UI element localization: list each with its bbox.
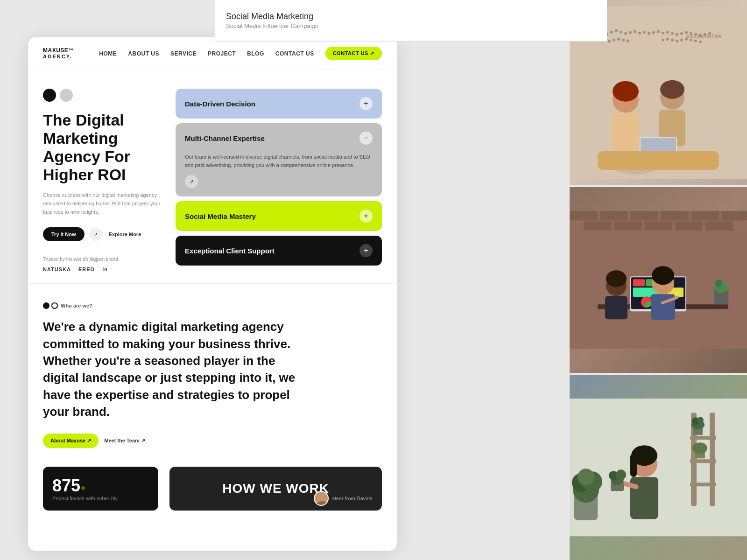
svg-rect-58 (614, 221, 642, 231)
svg-point-25 (613, 39, 615, 42)
svg-point-27 (622, 39, 625, 42)
svg-point-80 (652, 266, 674, 285)
team-image-3 (570, 375, 747, 560)
nav-service[interactable]: SERVICE (170, 50, 197, 57)
svg-rect-86 (690, 436, 716, 440)
contact-us-button[interactable]: Contact Us ↗ (325, 47, 382, 60)
svg-rect-87 (690, 459, 716, 463)
accordion-item-client-support: Exceptional Client Support + (176, 236, 382, 266)
accordion-title-4: Exceptional Client Support (185, 247, 275, 255)
accordion-link-btn-2[interactable]: ↗ (185, 175, 198, 188)
svg-text:KAZAKHSTAN: KAZAKHSTAN (686, 34, 722, 39)
accordion-toggle-4[interactable]: + (359, 244, 373, 257)
logo-natuska: NATUSKA (43, 266, 71, 272)
svg-point-3 (615, 29, 618, 32)
who-dot-filled (43, 302, 49, 309)
logo-ereo: EREO (78, 266, 95, 272)
svg-point-77 (606, 270, 627, 287)
stat-number: 875 (52, 476, 80, 495)
accordion-header-4[interactable]: Exceptional Client Support + (176, 236, 382, 266)
svg-rect-55 (691, 211, 719, 220)
svg-point-6 (629, 31, 632, 34)
top-bar-title: Social Media Marketing (226, 12, 318, 21)
svg-point-94 (692, 442, 707, 454)
who-dot-outline (51, 302, 58, 309)
dot-gray (60, 89, 73, 102)
svg-point-31 (671, 39, 674, 42)
explore-more-button[interactable]: Explore More (107, 231, 143, 237)
nav-home[interactable]: HOME (99, 50, 117, 57)
top-bar: Social Media Marketing Social Media Infl… (215, 0, 607, 41)
svg-point-10 (648, 32, 650, 35)
accordion-item-data-driven: Data-Driven Decision + (176, 89, 382, 119)
trusted-logos: NATUSKA EREO in (43, 266, 164, 272)
svg-point-110 (318, 494, 326, 501)
svg-point-111 (316, 501, 329, 506)
svg-point-30 (666, 38, 669, 41)
nav-blog[interactable]: BLOG (247, 50, 264, 57)
svg-point-24 (608, 40, 611, 43)
try-now-button[interactable]: Try it Now (43, 227, 85, 241)
try-now-arrow-button[interactable]: ↗ (89, 228, 102, 241)
bottom-section: 875+ Project finnish with suber-bly HOW … (28, 467, 397, 522)
who-dots (43, 302, 58, 309)
svg-rect-88 (690, 483, 716, 486)
svg-point-7 (634, 30, 636, 33)
hero-left: The Digital Marketing Agency For Higher … (43, 89, 164, 272)
main-website-card: MAXUSE™ AGENCY. HOME ABOUT US SERVICE PR… (28, 37, 397, 551)
accordion-toggle-3[interactable]: + (359, 210, 373, 223)
accordion-header-2[interactable]: Multi-Channel Expertise − (176, 123, 382, 153)
meet-team-button[interactable]: Meet the Team ↗ (104, 438, 145, 444)
who-label-text: Who are we? (61, 303, 92, 308)
svg-point-33 (680, 39, 683, 42)
nav-contact[interactable]: CONTACT US (275, 50, 314, 57)
svg-point-9 (643, 31, 646, 34)
svg-point-28 (627, 40, 629, 42)
about-maxuse-button[interactable]: About Maxuse ↗ (43, 434, 99, 448)
accordion-body-2: Our team is well-versed in diverse digit… (176, 153, 382, 196)
svg-point-45 (660, 80, 684, 99)
svg-point-11 (652, 31, 655, 34)
accordion-header-3[interactable]: Social Media Mastery + (176, 201, 382, 231)
who-main-text: We're a dynamic digital marketing agency… (43, 318, 300, 420)
svg-rect-76 (605, 296, 627, 319)
right-images-column: KAZAKHSTAN (570, 0, 747, 560)
accordion-title-1: Data-Driven Decision (185, 100, 255, 108)
how-title: HOW WE WORK (222, 481, 329, 496)
nav-project[interactable]: PROJECT (208, 50, 236, 57)
accordion-toggle-2[interactable]: − (359, 132, 373, 145)
svg-rect-103 (630, 454, 637, 477)
accordion-header-1[interactable]: Data-Driven Decision + (176, 89, 382, 119)
svg-point-26 (617, 38, 620, 41)
svg-rect-79 (651, 294, 675, 320)
svg-point-36 (694, 40, 697, 42)
svg-rect-53 (630, 211, 658, 220)
hero-section: The Digital Marketing Agency For Higher … (28, 70, 397, 283)
svg-rect-41 (612, 113, 640, 150)
svg-rect-48 (598, 151, 719, 170)
svg-point-14 (666, 31, 669, 34)
svg-point-15 (671, 32, 674, 35)
trusted-section: Trusted by the world's biggest brand NAT… (43, 256, 164, 272)
accordion-toggle-1[interactable]: + (359, 97, 373, 110)
hero-description: Choose success with our digital marketin… (43, 191, 164, 216)
svg-point-74 (721, 282, 726, 287)
accordion-title-3: Social Media Mastery (185, 212, 256, 220)
svg-point-5 (624, 32, 627, 35)
svg-rect-56 (721, 211, 747, 220)
svg-rect-51 (570, 211, 598, 220)
hero-buttons: Try it Now ↗ Explore More (43, 227, 164, 241)
svg-rect-101 (630, 477, 658, 519)
accordion-item-multichannel: Multi-Channel Expertise − Our team is we… (176, 123, 382, 196)
team-image-2 (570, 187, 747, 372)
who-section: Who are we? We're a dynamic digital mark… (28, 283, 397, 466)
svg-rect-57 (584, 221, 612, 231)
logo-in: in (102, 266, 108, 272)
trusted-label: Trusted by the world's biggest brand (43, 256, 164, 263)
logo: MAXUSE™ AGENCY. (43, 47, 74, 60)
nav-about[interactable]: ABOUT US (128, 50, 159, 57)
dot-black (43, 89, 56, 102)
nav-links: HOME ABOUT US SERVICE PROJECT BLOG CONTA… (99, 50, 314, 57)
navbar: MAXUSE™ AGENCY. HOME ABOUT US SERVICE PR… (28, 37, 397, 70)
svg-rect-54 (661, 211, 689, 220)
